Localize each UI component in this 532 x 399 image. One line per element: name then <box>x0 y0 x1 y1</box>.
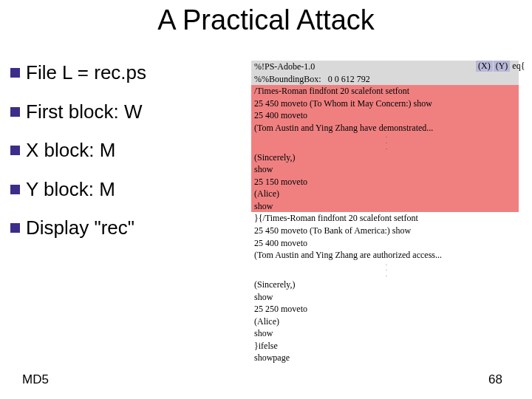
code-line: 25 400 moveto <box>251 237 519 250</box>
code-line: show <box>251 291 519 304</box>
code-line: %%BoundingBox: 0 0 612 792 <box>251 73 519 86</box>
code-line: (Tom Austin and Ying Zhang are authorize… <box>251 249 519 262</box>
code-line: show <box>251 163 519 176</box>
bullet-item: X block: M <box>10 138 243 163</box>
code-line: 25 400 moveto <box>251 109 519 122</box>
bullet-item: Display "rec" <box>10 216 243 240</box>
y-label: (Y) <box>494 61 511 72</box>
code-line: (Tom Austin and Ying Zhang have demonstr… <box>251 122 519 134</box>
bullet-item: File L = rec.ps <box>10 61 243 85</box>
bullet-icon <box>10 68 20 78</box>
bullet-icon <box>10 107 20 117</box>
code-line: }ifelse <box>251 340 519 352</box>
code-line: (Alice) <box>251 188 519 200</box>
code-line: 25 250 moveto <box>251 303 519 316</box>
vdots-icon: ... <box>251 134 519 151</box>
slide-title: A Practical Attack <box>0 4 532 36</box>
bullet-icon <box>10 223 20 233</box>
vdots-icon: ... <box>251 262 519 279</box>
bullet-text: Y block: M <box>26 177 115 202</box>
bullet-text: First block: W <box>26 100 142 124</box>
code-line: 25 450 moveto (To Bank of America:) show <box>251 225 519 237</box>
bullet-icon <box>10 185 20 194</box>
bullet-list: File L = rec.ps First block: W X block: … <box>10 61 243 255</box>
code-line: showpage <box>251 352 519 364</box>
code-line: /Times-Roman findfont 20 scalefont setfo… <box>251 85 519 98</box>
code-line: (Sincerely,) <box>251 151 519 164</box>
code-line: 25 150 moveto <box>251 176 519 188</box>
code-line: show <box>251 327 519 340</box>
x-label: (X) <box>476 61 493 72</box>
code-block: %!PS-Adobe-1.0 %%BoundingBox: 0 0 612 79… <box>251 61 519 364</box>
bullet-item: Y block: M <box>10 177 243 202</box>
bullet-item: First block: W <box>10 100 243 124</box>
footer-page-number: 68 <box>488 372 502 387</box>
code-line: 25 450 moveto (To Whom it May Concern:) … <box>251 98 519 110</box>
bullet-icon <box>10 146 20 155</box>
bullet-text: X block: M <box>26 138 115 163</box>
bullet-text: File L = rec.ps <box>26 61 146 85</box>
eq-tail: eq{ <box>511 61 525 72</box>
code-line: show <box>251 200 519 213</box>
code-line: (Sincerely,) <box>251 279 519 291</box>
code-line: (Alice) <box>251 316 519 328</box>
code-line: }{/Times-Roman findfont 20 scalefont set… <box>251 212 519 225</box>
xy-annotation: (X) (Y) eq{ <box>476 61 525 72</box>
footer-left: MD5 <box>22 372 49 387</box>
bullet-text: Display "rec" <box>26 216 134 240</box>
